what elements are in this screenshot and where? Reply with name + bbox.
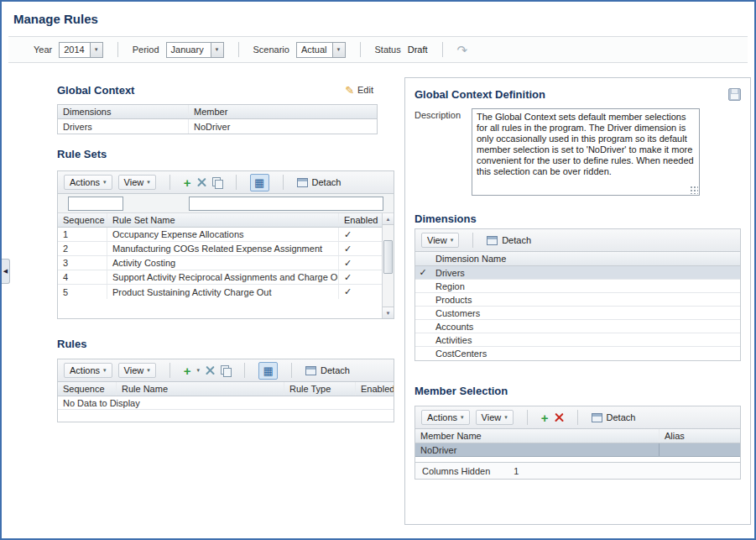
panel-collapse-button[interactable]: ◀	[2, 259, 10, 284]
top-toolbar: Year 2014 ▼ Period January ▼ Scenario Ac…	[8, 36, 748, 63]
remove-member-button[interactable]	[555, 413, 564, 422]
detach-button[interactable]: Detach	[592, 412, 636, 422]
global-context-definition-panel: Global Context Definition Description Th…	[404, 77, 751, 525]
grid-icon: ▦	[254, 176, 264, 189]
global-context-table: Dimensions Member Drivers NoDriver	[57, 104, 378, 134]
query-by-example-toggle[interactable]: ▦	[258, 362, 278, 380]
member-selection-table-header: Member Name Alias	[415, 429, 740, 443]
chevron-down-icon[interactable]: ▼	[332, 43, 345, 57]
check-icon: ✓	[415, 267, 430, 278]
scenario-select[interactable]: Actual ▼	[296, 42, 346, 58]
toolbar-separator	[169, 363, 170, 378]
view-label: View	[124, 365, 144, 375]
scrollbar-thumb[interactable]	[383, 240, 393, 274]
toolbar-separator	[577, 410, 578, 425]
edit-button[interactable]: ✎ Edit	[341, 84, 378, 97]
sequence-cell: 4	[58, 272, 107, 282]
table-row[interactable]: 5 Product Sustaining Activity Charge Out…	[58, 285, 382, 299]
rule-sets-table-header: Sequence Rule Set Name Enabled	[58, 213, 382, 228]
rules-panel: Actions ▾ View ▾ + ▾ ▦ Detach	[57, 359, 394, 422]
table-row[interactable]: 4 Support Activity Reciprocal Assignment…	[58, 270, 382, 285]
description-label: Description	[414, 108, 472, 196]
enabled-column-header: Enabled	[355, 382, 394, 396]
chevron-glyph: ▼	[94, 47, 99, 52]
page-title: Manage Rules	[13, 12, 98, 26]
rule-set-name-filter-input[interactable]	[189, 197, 383, 211]
chevron-down-icon[interactable]: ▼	[211, 43, 223, 57]
add-rule-set-button[interactable]: +	[184, 176, 191, 189]
detach-button[interactable]: Detach	[305, 365, 350, 375]
add-member-button[interactable]: +	[541, 412, 549, 424]
year-select[interactable]: 2014 ▼	[59, 42, 102, 58]
duplicate-rule-set-button[interactable]	[212, 177, 222, 188]
view-menu-button[interactable]: View ▾	[118, 363, 156, 378]
sequence-filter-input[interactable]	[68, 197, 123, 211]
global-context-header: Global Context ✎ Edit	[57, 82, 378, 97]
rule-name-column-header: Rule Name	[116, 382, 284, 396]
table-row[interactable]: Customers	[415, 307, 740, 320]
resize-handle-icon[interactable]	[690, 186, 698, 194]
check-icon: ✓	[338, 242, 382, 255]
view-menu-button[interactable]: View ▾	[476, 410, 514, 425]
dimensions-title: Dimensions	[414, 212, 741, 225]
status-label: Status	[375, 45, 401, 55]
detach-button[interactable]: Detach	[297, 177, 342, 187]
definition-header: Global Context Definition	[414, 87, 741, 102]
redo-icon[interactable]: ↷	[457, 44, 468, 56]
dimension-name-cell: CostCenters	[430, 347, 740, 360]
description-field[interactable]: The Global Context sets default member s…	[472, 108, 700, 196]
duplicate-rule-button[interactable]	[221, 365, 231, 376]
chevron-down-icon: ▾	[504, 414, 508, 421]
actions-menu-button[interactable]: Actions ▾	[421, 410, 470, 425]
table-row[interactable]: Region	[415, 280, 740, 293]
year-label: Year	[34, 45, 52, 55]
enabled-column-header: Enabled	[338, 213, 382, 227]
table-row[interactable]: Drivers NoDriver	[58, 119, 377, 134]
detach-label: Detach	[321, 365, 350, 375]
chevron-down-icon[interactable]: ▼	[90, 43, 102, 57]
table-row[interactable]: Products	[415, 293, 740, 307]
table-row[interactable]: 1 Occupancy Expense Allocations ✓	[58, 228, 382, 242]
scroll-up-icon[interactable]: ▲	[383, 213, 394, 225]
view-menu-button[interactable]: View ▾	[118, 175, 156, 190]
delete-rule-set-button[interactable]	[197, 178, 206, 187]
detach-icon	[592, 413, 602, 422]
description-text: The Global Context sets default member s…	[477, 112, 694, 176]
dimensions-column-header: Dimensions	[58, 107, 188, 117]
rule-sets-toolbar: Actions ▾ View ▾ + ▦ Detach	[58, 171, 394, 194]
detach-icon	[305, 366, 316, 375]
table-row[interactable]: 3 Activity Costing ✓	[58, 256, 382, 270]
member-name-column-header: Member Name	[415, 431, 659, 441]
check-icon: ✓	[338, 256, 382, 270]
scroll-down-icon[interactable]: ▼	[383, 307, 394, 318]
period-label: Period	[133, 45, 159, 55]
vertical-scrollbar[interactable]: ▲ ▼	[382, 213, 394, 318]
definition-title: Global Context Definition	[414, 88, 545, 101]
table-row[interactable]: NoDriver	[415, 443, 740, 457]
table-row[interactable]: Activities	[415, 333, 740, 347]
dimensions-panel: View ▾ Detach Dimension Name ✓ Drivers R…	[414, 228, 741, 361]
columns-hidden-value: 1	[514, 466, 519, 476]
view-menu-button[interactable]: View ▾	[421, 233, 459, 248]
table-row[interactable]: ✓ Drivers	[415, 266, 740, 280]
add-rule-button[interactable]: +	[184, 364, 191, 377]
rule-set-name-cell: Manufacturing COGs Related Expense Assig…	[107, 242, 338, 255]
table-row[interactable]: CostCenters	[415, 347, 740, 360]
period-select[interactable]: January ▼	[166, 42, 224, 58]
chevron-down-icon[interactable]: ▾	[197, 367, 201, 374]
table-row[interactable]: Accounts	[415, 320, 740, 333]
query-by-example-toggle[interactable]: ▦	[250, 174, 269, 191]
actions-menu-button[interactable]: Actions ▾	[64, 175, 112, 190]
actions-menu-button[interactable]: Actions ▾	[64, 363, 112, 378]
manage-rules-window: Manage Rules Year 2014 ▼ Period January …	[0, 0, 756, 540]
delete-rule-button[interactable]	[206, 366, 215, 375]
sequence-cell: 3	[58, 258, 107, 268]
detach-button[interactable]: Detach	[487, 235, 531, 245]
toolbar-separator	[236, 175, 237, 190]
view-label: View	[427, 235, 447, 245]
toolbar-separator	[527, 410, 528, 425]
sequence-cell: 2	[58, 244, 107, 254]
save-icon[interactable]	[728, 88, 741, 101]
rule-type-column-header: Rule Type	[284, 382, 355, 396]
table-row[interactable]: 2 Manufacturing COGs Related Expense Ass…	[58, 242, 382, 256]
